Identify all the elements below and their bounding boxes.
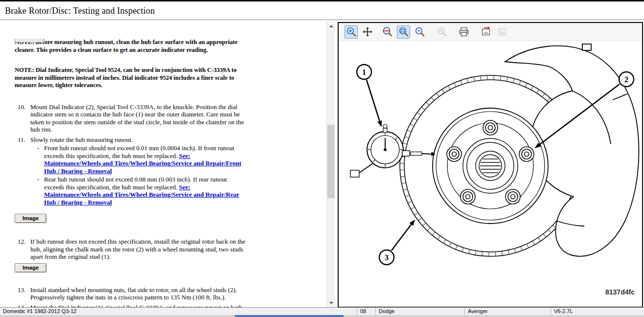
wheel-stud bbox=[506, 189, 520, 204]
note-paragraph: NOTE: Dial Indicator, Special Tool 9524,… bbox=[15, 67, 255, 90]
bullet-rear-runout: - Rear hub runout should not exceed 0.08… bbox=[37, 176, 253, 206]
zoom-window-icon bbox=[414, 26, 426, 38]
callout-1: 1 bbox=[357, 65, 381, 126]
bullet-dash: - bbox=[37, 144, 44, 175]
step-text: Mount Dial Indicator (2), Special Tool C… bbox=[30, 103, 253, 134]
step-number: 11. bbox=[18, 136, 30, 206]
step-12: 12. If hub runout does not exceed this s… bbox=[18, 238, 274, 261]
procedure-steps: 10. Mount Dial Indicator (2), Special To… bbox=[18, 103, 274, 206]
status-database: Domestic #1 1982-2012 Q3-12 bbox=[0, 308, 357, 315]
bullet-front-runout: - Front hub runout should not exceed 0.0… bbox=[37, 144, 253, 175]
step-13: 13. Install standard wheel mounting nuts… bbox=[18, 286, 274, 301]
zoom-fit-icon bbox=[398, 26, 410, 38]
step-14: 14. Mount the Dial Indicator (1), Specia… bbox=[18, 304, 274, 308]
step-text: If hub runout does not exceed this speci… bbox=[30, 238, 253, 261]
step-number: 12. bbox=[18, 238, 30, 261]
scroll-up-button[interactable] bbox=[327, 22, 335, 30]
export-image-button[interactable] bbox=[479, 25, 492, 39]
dial-indicator bbox=[350, 124, 435, 177]
pan-button[interactable] bbox=[361, 25, 374, 39]
scroll-down-button[interactable] bbox=[327, 299, 335, 307]
step-text: Slowly rotate the hub measuring runout. … bbox=[30, 136, 253, 206]
zoom-100-icon: 100% bbox=[382, 26, 393, 38]
svg-text:1: 1 bbox=[362, 68, 366, 76]
status-bar: Domestic #1 1982-2012 Q3-12 08 Dodge Ave… bbox=[0, 307, 644, 315]
figure-id-label: 8137d4fc bbox=[605, 288, 635, 296]
status-make: Dodge bbox=[376, 308, 465, 315]
page-title: Brake Rotor/Disc: Testing and Inspection bbox=[0, 1, 644, 16]
svg-text:3: 3 bbox=[385, 253, 389, 262]
export-image-icon bbox=[480, 26, 492, 38]
zoom-100-button[interactable]: 100% bbox=[381, 25, 394, 39]
document-panel: NOTE: Before measuring hub runout, clean… bbox=[0, 22, 326, 307]
zoom-out-icon bbox=[436, 26, 448, 38]
bullet-dash: - bbox=[37, 176, 44, 206]
step-number: 13. bbox=[18, 286, 30, 301]
zoom-in-button[interactable] bbox=[345, 25, 358, 39]
zoom-fit-button[interactable] bbox=[397, 25, 410, 39]
procedure-steps: 13. Install standard wheel mounting nuts… bbox=[18, 286, 274, 308]
spindle bbox=[463, 138, 518, 193]
image-button-2[interactable]: Image bbox=[15, 263, 46, 272]
brake-rotor-illustration: 1 2 3 8137d4fc bbox=[339, 41, 642, 307]
scrollbar-thumb[interactable] bbox=[327, 125, 335, 198]
status-year: 08 bbox=[357, 308, 376, 315]
procedure-steps: 12. If hub runout does not exceed this s… bbox=[18, 238, 274, 261]
pan-icon bbox=[362, 26, 373, 38]
step-text: Install standard wheel mounting nuts, fl… bbox=[30, 286, 253, 301]
viewer-toolbar: 100% bbox=[339, 23, 642, 41]
zoom-out-button[interactable] bbox=[435, 25, 448, 39]
wheel-stud bbox=[447, 147, 461, 161]
copy-image-button[interactable] bbox=[495, 25, 508, 39]
svg-text:2: 2 bbox=[624, 75, 628, 84]
image-button-1[interactable]: Image bbox=[15, 214, 46, 223]
svg-text:100%: 100% bbox=[383, 29, 390, 32]
copy-image-icon bbox=[496, 26, 508, 38]
wheel-stud bbox=[519, 147, 534, 161]
step-10: 10. Mount Dial Indicator (2), Special To… bbox=[18, 103, 274, 134]
triangle-down-icon bbox=[329, 302, 333, 304]
print-button[interactable] bbox=[457, 25, 470, 39]
wheel-stud bbox=[483, 120, 498, 135]
step-text: Mount the Dial Indicator (1), Special To… bbox=[30, 304, 253, 308]
title-bar: Brake Rotor/Disc: Testing and Inspection bbox=[0, 0, 644, 20]
taskbar-strip bbox=[0, 315, 644, 317]
hub-and-studs bbox=[433, 108, 548, 224]
print-icon bbox=[458, 26, 470, 38]
wheel-stud bbox=[460, 189, 475, 204]
callout-3: 3 bbox=[379, 220, 414, 265]
step-11: 11. Slowly rotate the hub measuring runo… bbox=[18, 136, 274, 206]
status-engine: V6-2.7L bbox=[551, 308, 644, 315]
note-paragraph: NOTE: Before measuring hub runout, clean… bbox=[15, 39, 255, 54]
step-number: 10. bbox=[18, 103, 30, 134]
status-model: Avenger bbox=[465, 308, 551, 315]
taskbar-window-fragment[interactable] bbox=[235, 315, 344, 317]
image-button-clipped[interactable] bbox=[15, 39, 44, 43]
figure-viewer-panel: 100% bbox=[338, 22, 643, 307]
document-scrollbar[interactable] bbox=[326, 22, 335, 307]
step-number: 14. bbox=[18, 304, 30, 308]
triangle-up-icon bbox=[329, 25, 333, 27]
figure-canvas[interactable]: 1 2 3 8137d4fc bbox=[339, 41, 642, 307]
zoom-window-button[interactable] bbox=[413, 25, 426, 39]
zoom-in-icon bbox=[345, 26, 357, 38]
